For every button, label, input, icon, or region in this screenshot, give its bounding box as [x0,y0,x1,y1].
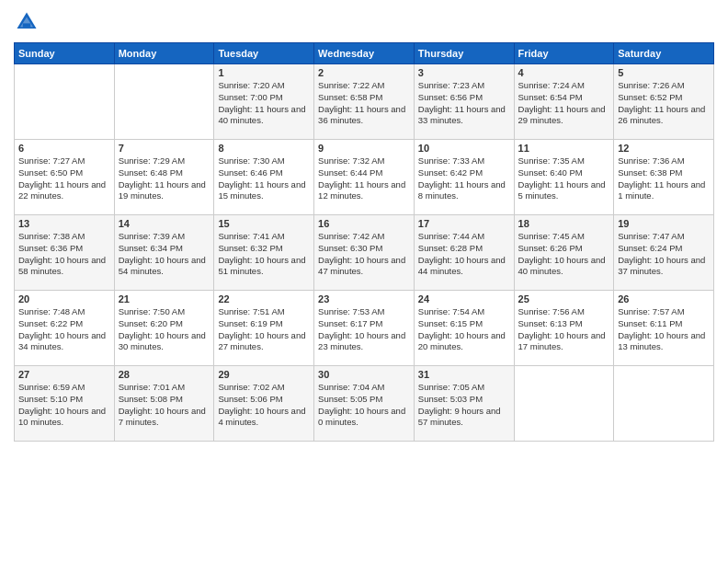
day-number: 12 [618,143,710,154]
logo-icon [14,9,40,35]
day-info: Sunrise: 7:05 AM Sunset: 5:03 PM Dayligh… [418,382,510,429]
day-cell: 12Sunrise: 7:36 AM Sunset: 6:38 PM Dayli… [614,140,714,215]
day-number: 21 [119,293,210,304]
day-number: 6 [18,143,110,154]
day-cell: 13Sunrise: 7:38 AM Sunset: 6:36 PM Dayli… [15,215,115,291]
day-number: 7 [119,143,210,154]
day-cell: 28Sunrise: 7:01 AM Sunset: 5:08 PM Dayli… [114,366,214,442]
week-row-3: 20Sunrise: 7:48 AM Sunset: 6:22 PM Dayli… [15,291,714,366]
day-info: Sunrise: 7:53 AM Sunset: 6:17 PM Dayligh… [318,306,410,353]
day-cell: 9Sunrise: 7:32 AM Sunset: 6:44 PM Daylig… [314,140,415,215]
day-cell: 23Sunrise: 7:53 AM Sunset: 6:17 PM Dayli… [314,291,415,366]
day-cell: 22Sunrise: 7:51 AM Sunset: 6:19 PM Dayli… [214,291,314,366]
day-number: 14 [119,218,210,229]
day-info: Sunrise: 7:36 AM Sunset: 6:38 PM Dayligh… [618,155,710,202]
day-cell: 29Sunrise: 7:02 AM Sunset: 5:06 PM Dayli… [214,366,314,442]
day-cell [114,64,214,140]
day-info: Sunrise: 7:32 AM Sunset: 6:44 PM Dayligh… [318,155,410,202]
day-cell [614,366,714,442]
day-info: Sunrise: 7:23 AM Sunset: 6:56 PM Dayligh… [418,80,510,127]
day-cell: 14Sunrise: 7:39 AM Sunset: 6:34 PM Dayli… [114,215,214,291]
day-number: 20 [18,293,110,304]
day-info: Sunrise: 7:27 AM Sunset: 6:50 PM Dayligh… [18,155,110,202]
day-info: Sunrise: 7:20 AM Sunset: 7:00 PM Dayligh… [218,80,310,127]
weekday-header-saturday: Saturday [614,43,714,64]
day-cell: 8Sunrise: 7:30 AM Sunset: 6:46 PM Daylig… [214,140,314,215]
weekday-header-wednesday: Wednesday [314,43,415,64]
weekday-header-sunday: Sunday [15,43,115,64]
day-info: Sunrise: 7:26 AM Sunset: 6:52 PM Dayligh… [618,80,710,127]
page: SundayMondayTuesdayWednesdayThursdayFrid… [0,0,728,563]
day-number: 18 [518,218,610,229]
day-cell: 27Sunrise: 6:59 AM Sunset: 5:10 PM Dayli… [15,366,115,442]
day-info: Sunrise: 7:38 AM Sunset: 6:36 PM Dayligh… [18,231,110,278]
day-cell: 31Sunrise: 7:05 AM Sunset: 5:03 PM Dayli… [414,366,514,442]
week-row-0: 1Sunrise: 7:20 AM Sunset: 7:00 PM Daylig… [15,64,714,140]
day-info: Sunrise: 7:22 AM Sunset: 6:58 PM Dayligh… [318,80,410,127]
day-cell: 3Sunrise: 7:23 AM Sunset: 6:56 PM Daylig… [414,64,514,140]
day-info: Sunrise: 7:41 AM Sunset: 6:32 PM Dayligh… [218,231,310,278]
day-number: 4 [518,67,610,78]
day-cell: 18Sunrise: 7:45 AM Sunset: 6:26 PM Dayli… [514,215,614,291]
day-number: 16 [318,218,410,229]
day-number: 5 [618,67,710,78]
day-number: 10 [418,143,510,154]
day-number: 25 [518,293,610,304]
day-info: Sunrise: 7:02 AM Sunset: 5:06 PM Dayligh… [218,382,310,429]
calendar: SundayMondayTuesdayWednesdayThursdayFrid… [14,42,714,442]
day-number: 23 [318,293,410,304]
day-info: Sunrise: 7:57 AM Sunset: 6:11 PM Dayligh… [618,306,710,353]
weekday-header-monday: Monday [114,43,214,64]
day-number: 29 [218,369,310,380]
day-cell: 17Sunrise: 7:44 AM Sunset: 6:28 PM Dayli… [414,215,514,291]
day-cell: 25Sunrise: 7:56 AM Sunset: 6:13 PM Dayli… [514,291,614,366]
day-info: Sunrise: 7:56 AM Sunset: 6:13 PM Dayligh… [518,306,610,353]
day-info: Sunrise: 7:47 AM Sunset: 6:24 PM Dayligh… [618,231,710,278]
header [14,9,714,35]
day-cell: 16Sunrise: 7:42 AM Sunset: 6:30 PM Dayli… [314,215,415,291]
day-number: 15 [218,218,310,229]
day-cell: 4Sunrise: 7:24 AM Sunset: 6:54 PM Daylig… [514,64,614,140]
day-info: Sunrise: 7:33 AM Sunset: 6:42 PM Dayligh… [418,155,510,202]
day-info: Sunrise: 6:59 AM Sunset: 5:10 PM Dayligh… [18,382,110,429]
day-info: Sunrise: 7:48 AM Sunset: 6:22 PM Dayligh… [18,306,110,353]
day-number: 11 [518,143,610,154]
day-number: 19 [618,218,710,229]
day-info: Sunrise: 7:29 AM Sunset: 6:48 PM Dayligh… [119,155,210,202]
day-number: 26 [618,293,710,304]
day-cell: 19Sunrise: 7:47 AM Sunset: 6:24 PM Dayli… [614,215,714,291]
day-cell: 30Sunrise: 7:04 AM Sunset: 5:05 PM Dayli… [314,366,415,442]
svg-rect-2 [23,23,30,27]
day-number: 17 [418,218,510,229]
week-row-2: 13Sunrise: 7:38 AM Sunset: 6:36 PM Dayli… [15,215,714,291]
day-info: Sunrise: 7:45 AM Sunset: 6:26 PM Dayligh… [518,231,610,278]
day-info: Sunrise: 7:51 AM Sunset: 6:19 PM Dayligh… [218,306,310,353]
day-info: Sunrise: 7:39 AM Sunset: 6:34 PM Dayligh… [119,231,210,278]
day-number: 28 [119,369,210,380]
day-info: Sunrise: 7:54 AM Sunset: 6:15 PM Dayligh… [418,306,510,353]
day-number: 24 [418,293,510,304]
day-cell: 6Sunrise: 7:27 AM Sunset: 6:50 PM Daylig… [15,140,115,215]
day-cell: 15Sunrise: 7:41 AM Sunset: 6:32 PM Dayli… [214,215,314,291]
weekday-header-thursday: Thursday [414,43,514,64]
day-cell: 10Sunrise: 7:33 AM Sunset: 6:42 PM Dayli… [414,140,514,215]
day-number: 30 [318,369,410,380]
day-number: 9 [318,143,410,154]
day-cell: 7Sunrise: 7:29 AM Sunset: 6:48 PM Daylig… [114,140,214,215]
day-cell: 1Sunrise: 7:20 AM Sunset: 7:00 PM Daylig… [214,64,314,140]
day-info: Sunrise: 7:50 AM Sunset: 6:20 PM Dayligh… [119,306,210,353]
weekday-header-tuesday: Tuesday [214,43,314,64]
day-info: Sunrise: 7:01 AM Sunset: 5:08 PM Dayligh… [119,382,210,429]
day-info: Sunrise: 7:42 AM Sunset: 6:30 PM Dayligh… [318,231,410,278]
day-info: Sunrise: 7:30 AM Sunset: 6:46 PM Dayligh… [218,155,310,202]
day-number: 1 [218,67,310,78]
day-cell: 26Sunrise: 7:57 AM Sunset: 6:11 PM Dayli… [614,291,714,366]
weekday-header-row: SundayMondayTuesdayWednesdayThursdayFrid… [15,43,714,64]
week-row-1: 6Sunrise: 7:27 AM Sunset: 6:50 PM Daylig… [15,140,714,215]
day-info: Sunrise: 7:24 AM Sunset: 6:54 PM Dayligh… [518,80,610,127]
day-cell: 5Sunrise: 7:26 AM Sunset: 6:52 PM Daylig… [614,64,714,140]
day-number: 13 [18,218,110,229]
day-cell: 11Sunrise: 7:35 AM Sunset: 6:40 PM Dayli… [514,140,614,215]
day-number: 31 [418,369,510,380]
day-cell [514,366,614,442]
